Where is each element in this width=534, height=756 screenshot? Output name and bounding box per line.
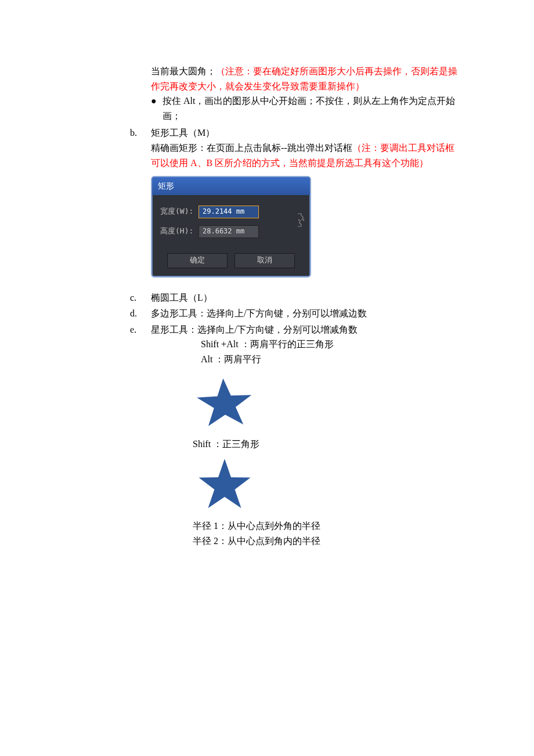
document-body: 当前最大圆角；（注意：要在确定好所画图形大小后再去操作，否则若是操作完再改变大小… bbox=[151, 64, 459, 548]
item-b-desc-text: 精确画矩形：在页面上点击鼠标--跳出弹出对话框 bbox=[151, 143, 352, 153]
text-corner-radius: 当前最大圆角； bbox=[151, 66, 216, 76]
constrain-proportions-icon[interactable] bbox=[294, 211, 308, 229]
ok-button[interactable]: 确定 bbox=[167, 253, 228, 268]
item-b-desc: 精确画矩形：在页面上点击鼠标--跳出弹出对话框（注：要调出工具对话框可以使用 A… bbox=[151, 141, 459, 170]
dialog-buttons: 确定 取消 bbox=[152, 250, 310, 276]
item-e-text: 星形工具：选择向上/下方向键，分别可以增减角数 bbox=[151, 322, 459, 337]
cancel-button[interactable]: 取消 bbox=[234, 253, 295, 268]
shift-alt-text: Shift +Alt ：两肩平行的正三角形 bbox=[201, 337, 459, 352]
radius2-text: 半径 2：从中心点到角内的半径 bbox=[193, 534, 459, 549]
radius1-text: 半径 1：从中心点到外角的半径 bbox=[193, 519, 459, 534]
item-e-label: e. bbox=[130, 322, 151, 337]
item-c: c. 椭圆工具（L） bbox=[151, 290, 459, 305]
dialog-body: 宽度(W): 29.2144 mm 高度(H): 28.6632 mm bbox=[152, 195, 310, 250]
bullet-marker: ● bbox=[151, 93, 163, 109]
svg-point-1 bbox=[298, 219, 300, 220]
item-b: b. 矩形工具（M） 精确画矩形：在页面上点击鼠标--跳出弹出对话框（注：要调出… bbox=[151, 125, 459, 289]
item-c-label: c. bbox=[130, 290, 151, 305]
star-image-1 bbox=[193, 370, 459, 433]
svg-marker-2 bbox=[196, 377, 253, 426]
alt-text: Alt ：两肩平行 bbox=[201, 352, 459, 367]
height-row: 高度(H): 28.6632 mm bbox=[160, 225, 302, 238]
height-label: 高度(H): bbox=[160, 225, 199, 237]
item-b-label: b. bbox=[130, 125, 151, 141]
bullet-alt-text: 按住 Alt，画出的图形从中心开始画；不按住，则从左上角作为定点开始画； bbox=[163, 93, 459, 123]
shift-text: Shift ：正三角形 bbox=[193, 437, 459, 452]
item-b-title: 矩形工具（M） bbox=[151, 125, 459, 141]
item-e: e. 星形工具：选择向上/下方向键，分别可以增减角数 Shift +Alt ：两… bbox=[151, 322, 459, 549]
star-image-2 bbox=[193, 455, 459, 515]
width-label: 宽度(W): bbox=[160, 206, 199, 218]
width-input[interactable]: 29.2144 mm bbox=[199, 206, 259, 218]
svg-marker-3 bbox=[199, 459, 250, 508]
item-c-text: 椭圆工具（L） bbox=[151, 290, 459, 305]
item-d-text: 多边形工具：选择向上/下方向键，分别可以增减边数 bbox=[151, 306, 459, 321]
item-d: d. 多边形工具：选择向上/下方向键，分别可以增减边数 bbox=[151, 306, 459, 321]
dialog-title: 矩形 bbox=[152, 177, 310, 195]
item-d-label: d. bbox=[130, 306, 151, 321]
width-row: 宽度(W): 29.2144 mm bbox=[160, 206, 302, 218]
paragraph-corner-radius: 当前最大圆角；（注意：要在确定好所画图形大小后再去操作，否则若是操作完再改变大小… bbox=[151, 64, 459, 93]
height-input[interactable]: 28.6632 mm bbox=[199, 225, 259, 238]
bullet-alt-key: ● 按住 Alt，画出的图形从中心开始画；不按住，则从左上角作为定点开始画； bbox=[151, 93, 459, 123]
svg-point-0 bbox=[303, 219, 304, 220]
rectangle-dialog: 矩形 宽度(W): 29.2144 mm 高度(H): 28.6632 mm bbox=[151, 176, 311, 277]
